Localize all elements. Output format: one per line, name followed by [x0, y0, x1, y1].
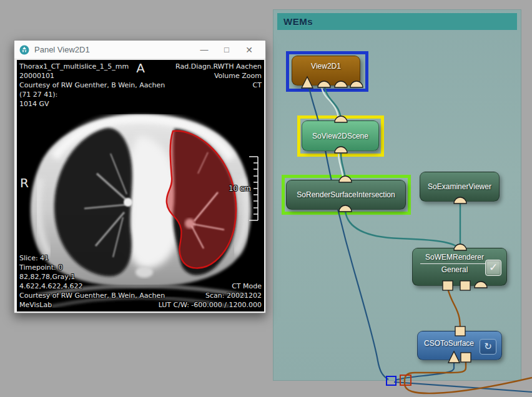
node-csotosurface[interactable]: CSOToSurface ↻	[417, 331, 502, 360]
orientation-label-right: R	[20, 179, 29, 188]
window-title: Panel View2D1	[34, 45, 193, 54]
connection-marker-red	[400, 375, 411, 386]
group-title: WEMs	[283, 16, 313, 27]
minimize-button[interactable]: —	[193, 45, 215, 54]
separator	[420, 263, 488, 264]
node-sowemrenderer[interactable]: SoWEMRenderer General ✓	[412, 248, 507, 286]
connection-marker-blue	[386, 376, 397, 386]
maximize-button[interactable]: □	[215, 45, 238, 54]
node-section-label: General	[420, 265, 489, 274]
node-view2d1[interactable]: View2D1	[292, 56, 360, 86]
viewer-window: Panel View2D1 — □ ✕	[14, 40, 266, 313]
node-soexaminerviewer[interactable]: SoExaminerViewer	[420, 172, 500, 202]
edge-offpanel-blue[interactable]	[394, 382, 532, 392]
ruler-label: 10 cm	[229, 184, 251, 194]
orientation-label-anterior: A	[17, 64, 264, 73]
refresh-button[interactable]: ↻	[480, 339, 496, 355]
overlay-bottom-left: Slice: 41 Timepoint: 0 82,82,78,Gray,1 4…	[19, 253, 165, 310]
node-label: SoView2DScene	[312, 132, 368, 140]
node-label: SoExaminerViewer	[428, 182, 491, 191]
node-label: SoRenderSurfaceIntersection	[297, 190, 395, 199]
node-sorendersurfaceintersection[interactable]: SoRenderSurfaceIntersection	[286, 180, 406, 210]
window-titlebar[interactable]: Panel View2D1 — □ ✕	[14, 41, 265, 59]
desktop: WEMs View2D1 SoView2DScene SoRenderSurfa…	[0, 0, 532, 397]
renderer-enabled-checkbox[interactable]: ✓	[485, 260, 501, 276]
ct-viewport[interactable]: Thorax1_CT_multislice_1_5_mm 20000101 Co…	[17, 60, 264, 311]
group-header[interactable]: WEMs	[277, 13, 517, 30]
node-label: View2D1	[311, 62, 341, 71]
overlay-bottom-right: CT Mode Scan: 20021202 LUT C/W: -600.000…	[159, 282, 262, 310]
node-label: CSOToSurface	[424, 339, 474, 348]
mevislab-logo-icon	[19, 45, 29, 55]
node-soview2dscene[interactable]: SoView2DScene	[302, 120, 379, 151]
close-button[interactable]: ✕	[238, 45, 260, 55]
node-label: SoWEMRenderer	[420, 253, 489, 262]
